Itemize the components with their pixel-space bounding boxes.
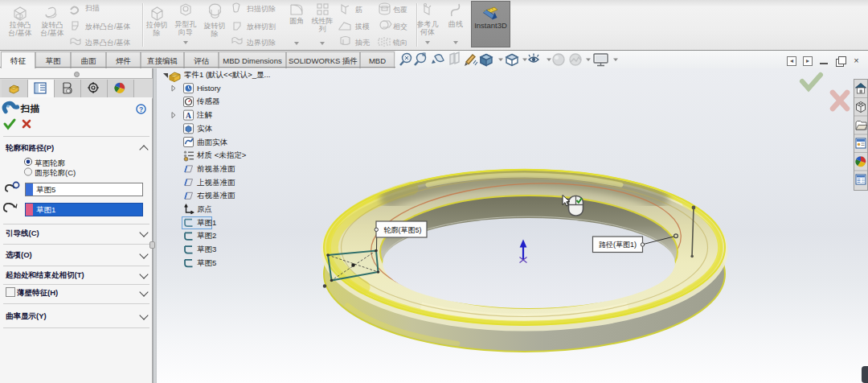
svg-text:路径(草图1): 路径(草图1) [599, 241, 637, 249]
svg-text:扫描: 扫描 [20, 104, 40, 113]
svg-text:A: A [186, 112, 191, 120]
svg-text:?: ? [139, 105, 143, 113]
